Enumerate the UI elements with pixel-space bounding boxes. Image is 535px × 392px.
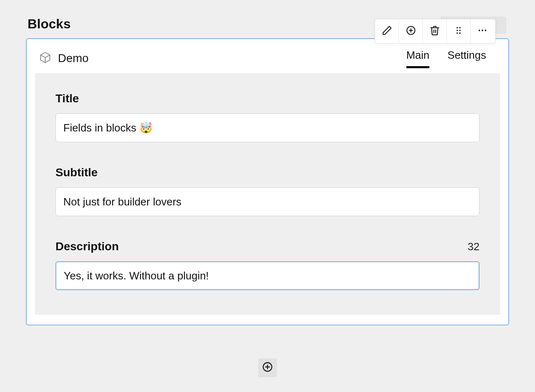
delete-button[interactable] <box>423 19 447 43</box>
edit-button[interactable] <box>375 19 399 43</box>
add-block-button[interactable] <box>258 358 277 377</box>
svg-point-10 <box>482 30 483 31</box>
svg-point-6 <box>459 30 460 31</box>
svg-point-11 <box>485 30 487 31</box>
description-input[interactable] <box>55 261 480 290</box>
tab-settings[interactable]: Settings <box>447 49 486 67</box>
more-options-button[interactable] <box>470 19 494 43</box>
svg-point-7 <box>457 32 458 34</box>
svg-point-3 <box>457 27 458 28</box>
drag-handle-button[interactable] <box>447 19 470 43</box>
page-title: Blocks <box>28 16 71 32</box>
description-label: Description <box>55 240 119 253</box>
block-tabs: Main Settings <box>406 49 496 67</box>
block-name: Demo <box>58 52 89 65</box>
drag-handle-icon <box>453 25 464 37</box>
field-group-subtitle: Subtitle <box>55 166 480 216</box>
more-horizontal-icon <box>477 25 488 37</box>
subtitle-label: Subtitle <box>55 166 98 179</box>
svg-point-8 <box>459 32 460 34</box>
block-header-left: Demo <box>39 51 89 65</box>
svg-point-4 <box>459 27 460 28</box>
trash-icon <box>429 25 440 37</box>
block-header: Demo Main Settings <box>27 39 508 73</box>
add-button[interactable] <box>399 19 423 43</box>
plus-circle-icon <box>406 25 416 37</box>
subtitle-input[interactable] <box>55 187 480 216</box>
field-group-description: Description 32 <box>55 240 480 290</box>
cube-icon <box>39 51 51 65</box>
block-body: Title Subtitle Description 32 <box>35 73 500 315</box>
tab-main[interactable]: Main <box>406 49 429 67</box>
title-label: Title <box>55 92 79 105</box>
plus-circle-icon <box>262 361 273 374</box>
title-input[interactable] <box>55 113 480 142</box>
block-card: Demo Main Settings Title Subtitle Descri… <box>26 38 509 325</box>
pencil-icon <box>382 25 392 37</box>
description-char-count: 32 <box>468 240 480 253</box>
svg-point-9 <box>478 30 480 31</box>
field-group-title: Title <box>55 92 480 142</box>
svg-point-5 <box>457 30 458 31</box>
block-toolbar <box>375 19 496 44</box>
